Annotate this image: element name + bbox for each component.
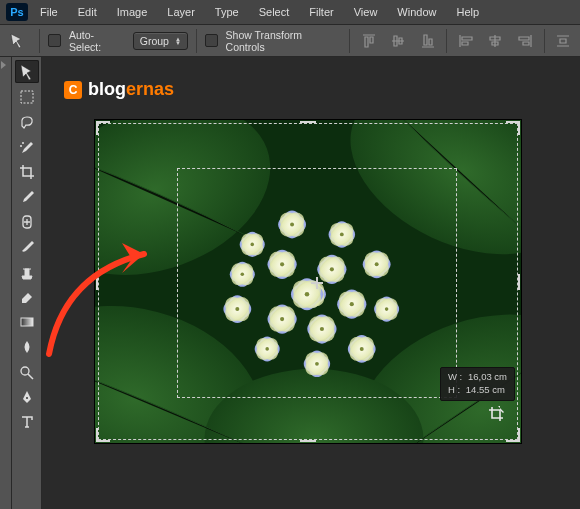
menu-file[interactable]: File xyxy=(32,4,66,20)
eraser-tool[interactable] xyxy=(15,285,39,308)
align-vcenter-icon[interactable] xyxy=(387,30,408,52)
auto-select-label: Auto-Select: xyxy=(69,29,125,53)
align-hcenter-icon[interactable] xyxy=(485,30,506,52)
healing-tool[interactable] xyxy=(15,210,39,233)
crop-tool[interactable] xyxy=(15,160,39,183)
menu-view[interactable]: View xyxy=(346,4,386,20)
measure-w-value: 16,03 cm xyxy=(468,371,507,382)
divider xyxy=(39,29,40,53)
measurement-tooltip: W : 16,03 cm H : 14.55 cm xyxy=(440,367,515,401)
watermark: C blogernas xyxy=(64,79,174,100)
divider xyxy=(446,29,447,53)
divider xyxy=(544,29,545,53)
canvas-area[interactable]: C blogernas xyxy=(42,57,580,509)
ps-logo: Ps xyxy=(6,3,28,21)
menu-help[interactable]: Help xyxy=(448,4,487,20)
menu-layer[interactable]: Layer xyxy=(159,4,203,20)
dodge-tool[interactable] xyxy=(15,360,39,383)
toolbox xyxy=(12,57,42,509)
blur-tool[interactable] xyxy=(15,335,39,358)
svg-point-5 xyxy=(21,367,29,375)
measure-h-value: 14.55 cm xyxy=(466,384,505,395)
align-right-icon[interactable] xyxy=(514,30,535,52)
center-marker-icon xyxy=(311,277,323,289)
show-transform-checkbox[interactable] xyxy=(205,34,218,47)
auto-select-dropdown[interactable]: Group ▲▼ xyxy=(133,32,188,50)
menu-filter[interactable]: Filter xyxy=(301,4,341,20)
svg-point-6 xyxy=(26,397,28,399)
watermark-part1: blog xyxy=(88,79,126,99)
crop-handle-b[interactable] xyxy=(300,440,316,442)
dropdown-value: Group xyxy=(140,35,169,47)
tool-collapse-strip[interactable] xyxy=(0,57,12,509)
watermark-badge-icon: C xyxy=(64,81,82,99)
distribute-icon[interactable] xyxy=(553,30,574,52)
menu-bar: Ps File Edit Image Layer Type Select Fil… xyxy=(0,0,580,24)
brush-tool[interactable] xyxy=(15,235,39,258)
align-top-icon[interactable] xyxy=(358,30,379,52)
menu-window[interactable]: Window xyxy=(389,4,444,20)
marquee-tool[interactable] xyxy=(15,85,39,108)
auto-select-checkbox[interactable] xyxy=(48,34,61,47)
current-tool-icon xyxy=(6,30,31,52)
measure-w-label: W : xyxy=(448,371,462,382)
clone-stamp-tool[interactable] xyxy=(15,260,39,283)
menu-image[interactable]: Image xyxy=(109,4,156,20)
menu-type[interactable]: Type xyxy=(207,4,247,20)
document[interactable]: W : 16,03 cm H : 14.55 cm xyxy=(94,119,522,444)
divider xyxy=(196,29,197,53)
svg-point-1 xyxy=(22,142,24,144)
svg-point-2 xyxy=(20,145,22,147)
svg-rect-0 xyxy=(21,91,33,103)
divider xyxy=(349,29,350,53)
quick-select-tool[interactable] xyxy=(15,135,39,158)
eyedropper-tool[interactable] xyxy=(15,185,39,208)
workspace: C blogernas xyxy=(0,57,580,509)
type-tool[interactable] xyxy=(15,410,39,433)
watermark-text: blogernas xyxy=(88,79,174,100)
menu-select[interactable]: Select xyxy=(251,4,298,20)
lasso-tool[interactable] xyxy=(15,110,39,133)
expand-icon xyxy=(1,59,11,69)
dropdown-arrows-icon: ▲▼ xyxy=(175,37,181,45)
align-bottom-icon[interactable] xyxy=(417,30,438,52)
menu-edit[interactable]: Edit xyxy=(70,4,105,20)
watermark-part2: ernas xyxy=(126,79,174,99)
move-tool[interactable] xyxy=(15,60,39,83)
pen-tool[interactable] xyxy=(15,385,39,408)
crop-handle-r[interactable] xyxy=(518,274,520,290)
svg-rect-4 xyxy=(21,318,33,326)
gradient-tool[interactable] xyxy=(15,310,39,333)
measure-h-label: H : xyxy=(448,384,460,395)
options-bar: Auto-Select: Group ▲▼ Show Transform Con… xyxy=(0,24,580,57)
show-transform-label: Show Transform Controls xyxy=(226,29,341,53)
align-left-icon[interactable] xyxy=(455,30,476,52)
crop-cursor-icon xyxy=(487,405,505,423)
